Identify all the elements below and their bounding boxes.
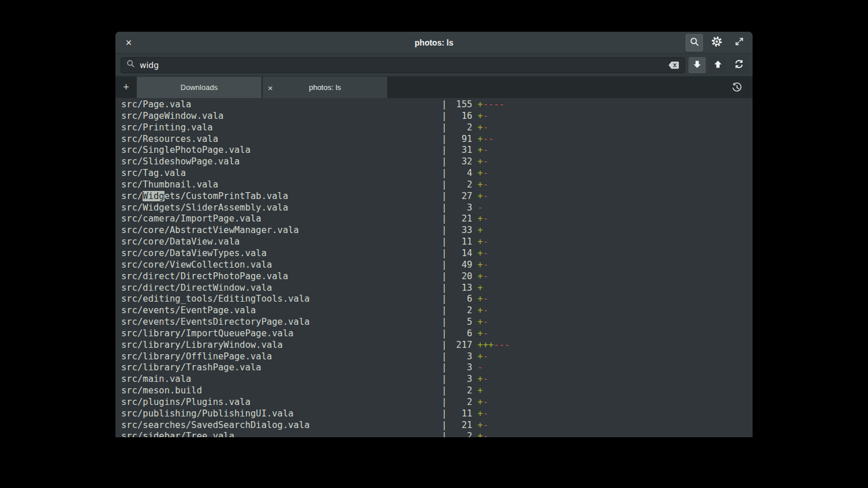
tab-downloads[interactable]: Downloads xyxy=(137,77,261,98)
change-count: 13 xyxy=(447,283,472,294)
file-name: src/Thumbnail.vala xyxy=(121,179,442,191)
terminal-output[interactable]: src/Page.vala|155+----src/PageWindow.val… xyxy=(115,98,753,437)
diff-symbols: +- xyxy=(477,294,488,305)
diffstat-row: src/core/AbstractViewManager.vala|33+ xyxy=(121,225,753,237)
diffstat-row: src/camera/ImportPage.vala|21+- xyxy=(121,213,753,225)
deletions-symbols: - xyxy=(483,420,488,430)
titlebar: × photos: ls xyxy=(115,32,753,54)
arrow-up-icon xyxy=(714,60,722,70)
file-name: src/events/EventPage.vala xyxy=(121,305,442,317)
insertions-symbols: + xyxy=(477,122,482,133)
window-close-button[interactable]: × xyxy=(121,35,136,50)
column-separator: | xyxy=(442,351,447,363)
diff-symbols: +-- xyxy=(477,134,493,145)
diffstat-row: src/library/ImportQueuePage.vala|6+- xyxy=(121,328,753,340)
diffstat-row: src/main.vala|3+- xyxy=(121,374,753,385)
column-separator: | xyxy=(442,385,447,397)
change-count: 2 xyxy=(447,122,472,134)
change-count: 2 xyxy=(447,431,472,437)
deletions-symbols: - xyxy=(483,237,488,247)
column-separator: | xyxy=(442,374,447,385)
tab-close-icon[interactable]: × xyxy=(268,83,273,92)
insertions-symbols: + xyxy=(477,385,482,396)
diff-symbols: +- xyxy=(477,191,488,202)
deletions-symbols: - xyxy=(483,431,488,437)
file-name: src/Printing.vala xyxy=(121,122,442,134)
column-separator: | xyxy=(442,317,447,328)
change-count: 27 xyxy=(447,191,472,202)
column-separator: | xyxy=(442,283,447,294)
deletions-symbols: - xyxy=(483,294,488,304)
insertions-symbols: + xyxy=(477,317,482,327)
file-name: src/library/OfflinePage.vala xyxy=(121,351,442,363)
change-count: 31 xyxy=(447,145,472,156)
deletions-symbols: -- xyxy=(483,134,494,144)
deletions-symbols: - xyxy=(483,213,488,224)
insertions-symbols: + xyxy=(477,111,482,121)
search-match-highlight: Widg xyxy=(143,191,164,201)
search-input[interactable] xyxy=(140,61,664,70)
column-separator: | xyxy=(442,225,447,237)
file-name: src/main.vala xyxy=(121,374,442,385)
deletions-symbols: - xyxy=(483,248,488,258)
search-wrap-button[interactable] xyxy=(730,57,747,73)
file-name: src/library/LibraryWindow.vala xyxy=(121,340,442,351)
insertions-symbols: + xyxy=(477,134,482,144)
clear-search-icon[interactable] xyxy=(668,61,679,69)
file-name: src/SinglePhotoPage.vala xyxy=(121,145,442,156)
search-input-container xyxy=(121,57,685,73)
file-name: src/Tag.vala xyxy=(121,168,442,179)
search-prev-button[interactable] xyxy=(709,57,727,73)
diff-symbols: +- xyxy=(477,248,488,260)
column-separator: | xyxy=(442,294,447,305)
diff-symbols: +- xyxy=(477,237,488,248)
deletions-symbols: - xyxy=(483,317,488,327)
diff-symbols: +- xyxy=(477,328,488,340)
diffstat-row: src/searches/SavedSearchDialog.vala|21+- xyxy=(121,420,753,431)
arrow-down-icon xyxy=(693,60,701,70)
deletions-symbols: - xyxy=(483,122,488,133)
column-separator: | xyxy=(442,179,447,191)
expand-icon xyxy=(735,37,744,48)
column-separator: | xyxy=(442,145,447,156)
tab-label: photos: ls xyxy=(309,83,341,92)
deletions-symbols: --- xyxy=(493,340,510,350)
change-count: 91 xyxy=(447,134,472,145)
file-name: src/Resources.vala xyxy=(121,134,442,145)
diff-symbols: +- xyxy=(477,122,488,134)
change-count: 11 xyxy=(447,237,472,248)
insertions-symbols: + xyxy=(477,374,482,384)
insertions-symbols: + xyxy=(477,420,482,430)
fullscreen-button[interactable] xyxy=(731,34,748,51)
diff-symbols: +- xyxy=(477,213,488,225)
file-name: src/camera/ImportPage.vala xyxy=(121,213,442,225)
diff-symbols: +- xyxy=(477,317,488,328)
history-icon[interactable] xyxy=(729,80,745,96)
titlebar-actions xyxy=(686,34,748,51)
tab-photos-ls[interactable]: × photos: ls xyxy=(263,77,387,98)
change-count: 14 xyxy=(447,248,472,260)
diffstat-row: src/Widgets/CustomPrintTab.vala|27+- xyxy=(121,191,753,202)
deletions-symbols: - xyxy=(477,202,482,213)
insertions-symbols: + xyxy=(477,99,482,110)
search-toggle-button[interactable] xyxy=(686,34,703,51)
search-next-button[interactable] xyxy=(689,57,706,73)
deletions-symbols: - xyxy=(483,328,488,339)
new-tab-button[interactable]: + xyxy=(115,77,137,98)
file-name: src/meson.build xyxy=(121,385,442,397)
diff-symbols: +- xyxy=(477,420,488,431)
insertions-symbols: + xyxy=(477,179,482,190)
settings-button[interactable] xyxy=(708,34,725,51)
deletions-symbols: - xyxy=(483,351,488,362)
deletions-symbols: - xyxy=(483,179,488,190)
file-name: src/Widgets/SliderAssembly.vala xyxy=(121,202,442,214)
deletions-symbols: - xyxy=(483,168,488,178)
change-count: 32 xyxy=(447,156,472,168)
deletions-symbols: - xyxy=(483,156,488,167)
diffstat-row: src/SinglePhotoPage.vala|31+- xyxy=(121,145,753,156)
file-name: src/core/ViewCollection.vala xyxy=(121,260,442,271)
diff-symbols: +- xyxy=(477,431,488,437)
insertions-symbols: + xyxy=(477,351,482,362)
diff-symbols: +- xyxy=(477,408,488,420)
column-separator: | xyxy=(442,420,447,431)
